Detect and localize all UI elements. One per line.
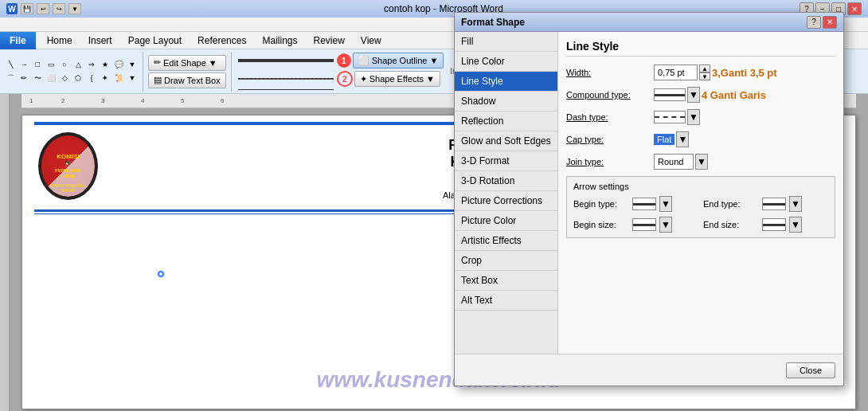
width-up-button[interactable]: ▲ xyxy=(699,65,710,72)
width-row: Width: ▲ ▼ 3,Ganti 3,5 pt xyxy=(566,65,835,80)
category-crop[interactable]: Crop xyxy=(455,251,557,271)
insert-menu[interactable]: Insert xyxy=(80,32,120,49)
page-layout-menu[interactable]: Page Layout xyxy=(120,32,190,49)
text-box-icon: ▤ xyxy=(154,75,162,85)
shape-round-rect[interactable]: ▭ xyxy=(44,58,58,71)
dash-type-dropdown[interactable]: ▼ xyxy=(687,109,700,125)
shape-rt-arrow[interactable]: ⇒ xyxy=(84,58,99,71)
dash-type-row: Dash type: ▼ xyxy=(566,109,835,125)
mailings-menu[interactable]: Mailings xyxy=(254,32,305,49)
end-size-display xyxy=(762,218,786,231)
view-menu[interactable]: View xyxy=(353,32,389,49)
dialog-help-button[interactable]: ? xyxy=(807,16,821,29)
category-line-color[interactable]: Line Color xyxy=(455,52,557,72)
shape-freeform[interactable]: ✏ xyxy=(17,72,31,84)
arrow-grid: Begin type: ▼ End type: ▼ xyxy=(573,196,828,233)
review-menu[interactable]: Review xyxy=(305,32,352,49)
category-fill[interactable]: Fill xyxy=(455,32,557,52)
shape-more2[interactable]: ▼ xyxy=(125,72,139,84)
category-3d-rotation[interactable]: 3-D Rotation xyxy=(455,171,557,191)
width-spinner[interactable]: ▲ ▼ xyxy=(699,65,710,80)
shape-sun[interactable]: ✦ xyxy=(98,72,112,84)
join-type-display: Round xyxy=(654,154,694,170)
shape-callout[interactable]: 💬 xyxy=(111,58,126,71)
begin-size-dropdown[interactable]: ▼ xyxy=(659,217,672,233)
step-2-badge: 2 xyxy=(337,71,353,87)
width-down-button[interactable]: ▼ xyxy=(699,72,710,80)
arrow-settings-title: Arrow settings xyxy=(573,182,828,191)
shape-scroll[interactable]: 📜 xyxy=(111,72,126,84)
category-artistic-effects[interactable]: Artistic Effects xyxy=(455,231,557,251)
dash-value-group: ▼ xyxy=(654,109,700,125)
width-annotation: 3,Ganti 3,5 pt xyxy=(712,67,777,79)
category-picture-corrections[interactable]: Picture Corrections xyxy=(455,191,557,211)
shape-circle[interactable]: ○ xyxy=(57,58,72,71)
edit-shape-icon: ✏ xyxy=(154,57,161,68)
join-type-dropdown[interactable]: ▼ xyxy=(695,154,708,170)
category-shadow[interactable]: Shadow xyxy=(455,92,557,112)
compound-label: Compound type: xyxy=(566,90,654,100)
compound-value-group: ▼ 4 Ganti Garis xyxy=(654,87,766,103)
effects-dropdown-icon: ▼ xyxy=(426,74,435,84)
begin-type-display xyxy=(632,198,656,210)
shape-effects-button[interactable]: ✦ Shape Effects ▼ xyxy=(354,71,440,87)
category-alt-text[interactable]: Alt Text xyxy=(455,291,557,311)
shape-line[interactable]: ╲ xyxy=(3,58,18,71)
join-type-row: Join type: Round ▼ xyxy=(566,154,835,170)
shape-scribble[interactable]: 〜 xyxy=(30,72,45,84)
selection-handle[interactable] xyxy=(158,271,164,277)
shape-star[interactable]: ★ xyxy=(98,58,112,71)
settings-title: Line Style xyxy=(566,40,835,57)
category-panel: Fill Line Color Line Style Shadow Reflec… xyxy=(455,32,558,354)
cap-label: Cap type: xyxy=(566,135,654,144)
edit-shape-button[interactable]: ✏ Edit Shape ▼ xyxy=(148,55,226,71)
begin-size-row: Begin size: ▼ xyxy=(573,217,698,233)
dash-label: Dash type: xyxy=(566,112,654,122)
compound-type-dropdown[interactable]: ▼ xyxy=(687,87,700,103)
line-style-3 xyxy=(238,89,334,90)
main-area: 1 2 3 4 5 6 KOMISI 🦅 xyxy=(0,94,868,411)
begin-type-dropdown[interactable]: ▼ xyxy=(659,196,672,212)
width-value-group: ▲ ▼ 3,Ganti 3,5 pt xyxy=(654,65,777,80)
compound-type-row: Compound type: ▼ 4 Ganti Garis xyxy=(566,87,835,103)
shape-curve[interactable]: ⌒ xyxy=(3,72,18,84)
shape-more[interactable]: ▼ xyxy=(125,58,139,71)
shape-frame[interactable]: ⬜ xyxy=(44,72,58,84)
close-window-button[interactable]: ✕ xyxy=(847,2,862,15)
draw-text-box-button[interactable]: ▤ Draw Text Box xyxy=(148,72,226,88)
cap-type-dropdown[interactable]: ▼ xyxy=(676,131,689,147)
dialog-title-text: Format Shape xyxy=(461,17,805,28)
shape-rect[interactable]: □ xyxy=(30,58,45,71)
category-text-box[interactable]: Text Box xyxy=(455,271,557,291)
end-type-dropdown[interactable]: ▼ xyxy=(789,196,802,212)
file-menu[interactable]: File xyxy=(0,32,36,49)
shape-outline-button[interactable]: ⬜ Shape Outline ▼ xyxy=(353,53,444,68)
begin-type-label: Begin type: xyxy=(573,199,629,209)
outline-dropdown-icon: ▼ xyxy=(429,56,438,65)
shape-diamond[interactable]: ◇ xyxy=(57,72,72,84)
dash-type-display xyxy=(654,111,686,123)
join-label: Join type: xyxy=(566,157,654,166)
category-line-style[interactable]: Line Style xyxy=(455,72,557,92)
sidebar-handle[interactable] xyxy=(0,94,10,411)
dialog-body: Fill Line Color Line Style Shadow Reflec… xyxy=(455,32,843,354)
category-reflection[interactable]: Reflection xyxy=(455,112,557,131)
begin-size-display xyxy=(632,218,656,231)
home-menu[interactable]: Home xyxy=(39,32,80,49)
dialog-close-x-button[interactable]: ✕ xyxy=(823,16,837,29)
category-picture-color[interactable]: Picture Color xyxy=(455,211,557,231)
category-3d-format[interactable]: 3-D Format xyxy=(455,151,557,171)
shape-tri[interactable]: △ xyxy=(71,58,85,71)
outline-icon: ⬜ xyxy=(358,56,369,66)
close-dialog-button[interactable]: Close xyxy=(786,362,835,378)
end-size-dropdown[interactable]: ▼ xyxy=(789,217,802,233)
cap-type-row: Cap type: Flat ▼ xyxy=(566,131,835,147)
width-label: Width: xyxy=(566,68,654,77)
shape-brace[interactable]: { xyxy=(84,72,99,84)
shape-pentagon[interactable]: ⬠ xyxy=(71,72,85,84)
width-input[interactable] xyxy=(654,65,698,80)
shape-arrow[interactable]: → xyxy=(17,58,31,71)
format-shape-dialog: Format Shape ? ✕ Fill Line Color Line St… xyxy=(454,12,844,386)
category-glow[interactable]: Glow and Soft Edges xyxy=(455,131,557,151)
references-menu[interactable]: References xyxy=(190,32,254,49)
